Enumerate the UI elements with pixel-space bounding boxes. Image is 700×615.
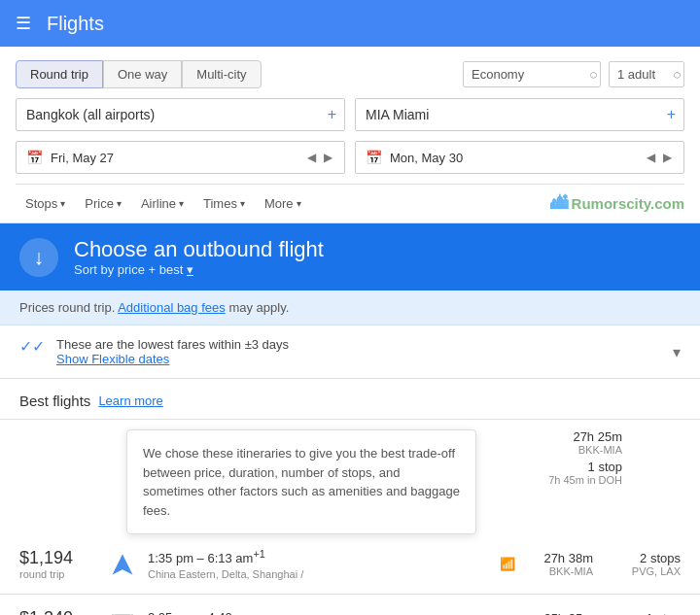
menu-icon[interactable]: ☰ [16,13,31,34]
svg-marker-0 [113,554,133,574]
airline-logo [107,549,138,580]
right-controls: Economy Premium Economy Business First 1… [463,61,684,87]
prices-bar: Prices round trip. Additional bag fees m… [0,290,700,325]
destination-field[interactable]: MIA Miami + [355,98,684,131]
stops-text: 1 stop [603,611,681,615]
origin-value: Bangkok (all airports) [26,107,155,122]
stops-col: 1 stop 2h 45m in DOH [603,611,681,615]
tooltip-text: We chose these itineraries to give you t… [143,446,460,518]
dates-row: 📅 Fri, May 27 ◀ ▶ 📅 Mon, May 30 ◀ ▶ [16,141,684,174]
first-flight-right: 27h 25m BKK-MIA 1 stop 7h 45m in DOH [506,429,622,486]
price-amount: $1,194 [19,548,97,568]
flexible-title: These are the lowest fares within ±3 day… [56,337,289,352]
stops-col: 2 stops PVG, LAX [603,551,681,577]
best-flights-header: Best flights Learn more [0,379,700,420]
price-label: round trip [19,568,97,580]
origin-field[interactable]: Bangkok (all airports) + [16,98,345,131]
multi-city-button[interactable]: Multi-city [182,60,261,88]
origin-plus-icon[interactable]: + [328,106,336,123]
price-filter[interactable]: Price [75,192,131,215]
sort-label: Sort by price + best [74,262,187,277]
app-title: Flights [47,13,104,35]
prices-suffix: may apply. [228,300,289,315]
bag-fees-link[interactable]: Additional bag fees [118,300,226,315]
times-text: 2:05 am – 4:40 pm [148,610,490,615]
choose-text: Choose an outbound flight Sort by price … [74,237,324,277]
watermark: 🏙 Rumorscity.com [550,193,684,214]
return-next-icon[interactable]: ▶ [661,149,674,166]
return-prev-icon[interactable]: ◀ [645,149,657,166]
depart-next-icon[interactable]: ▶ [322,149,334,166]
first-flight-stops: 1 stop [588,460,622,474]
first-flight-via: 7h 45m in DOH [548,474,622,486]
first-flight-with-tooltip: We chose these itineraries to give you t… [0,420,700,534]
trip-type-buttons: Round trip One way Multi-city [16,60,262,88]
choose-title: Choose an outbound flight [74,237,324,262]
sort-link[interactable]: ▾ [187,262,193,277]
watermark-text: Rumorscity.com [572,195,684,212]
return-date-field[interactable]: 📅 Mon, May 30 ◀ ▶ [355,141,684,174]
expand-icon[interactable]: ▾ [673,343,681,361]
learn-more-link[interactable]: Learn more [98,393,162,408]
airports-row: Bangkok (all airports) + MIA Miami + [16,98,684,131]
filters-row: Stops Price Airline Times More 🏙 Rumorsc… [16,184,684,222]
best-flights-title: Best flights [19,393,90,409]
search-panel: Round trip One way Multi-city Economy Pr… [0,47,700,223]
depart-date-value: Fri, May 27 [51,151,298,165]
airline-logo [107,609,138,616]
airline-filter[interactable]: Airline [131,192,193,215]
times-filter[interactable]: Times [193,192,255,215]
duration-col: 25h 35m BKK-MIA [525,611,593,615]
flexible-left: ✓✓ These are the lowest fares within ±3 … [19,337,289,366]
class-select-wrapper: Economy Premium Economy Business First [463,61,601,87]
airline-name: China Eastern, Delta, Shanghai / [148,568,490,580]
times-text: 1:35 pm – 6:13 am+1 [148,548,490,565]
via-text: PVG, LAX [603,565,681,577]
flexible-info: These are the lowest fares within ±3 day… [56,337,289,366]
watermark-icon: 🏙 [550,193,568,214]
route-text: BKK-MIA [525,565,593,577]
price-col: $1,194 round trip [19,548,97,580]
one-way-button[interactable]: One way [103,60,182,88]
return-calendar-icon: 📅 [366,150,382,165]
passengers-select[interactable]: 1 adult 2 adults 3 adults [609,61,684,87]
duration-text: 25h 35m [525,611,593,615]
duration-col: 27h 38m BKK-MIA [525,551,593,577]
duration-text: 27h 38m [525,551,593,565]
double-check-icon: ✓✓ [19,337,45,356]
destination-plus-icon[interactable]: + [667,106,676,123]
header: ☰ Flights [0,0,700,47]
flexible-bar: ✓✓ These are the lowest fares within ±3 … [0,325,700,379]
return-date-value: Mon, May 30 [390,151,637,165]
round-trip-button[interactable]: Round trip [16,60,103,88]
wifi-icon: 📶 [500,557,515,571]
download-icon: ↓ [34,245,45,270]
price-col: $1,240 round trip [19,608,97,615]
trip-type-row: Round trip One way Multi-city Economy Pr… [16,60,684,88]
price-amount: $1,240 [19,608,97,615]
flight-row[interactable]: $1,240 round trip 2:05 am – 4:40 pm Qata… [0,595,700,615]
tooltip-box: We chose these itineraries to give you t… [126,429,476,534]
times-col: 2:05 am – 4:40 pm Qatar Airways · Americ… [148,610,490,615]
more-filter[interactable]: More [255,192,311,215]
choose-flight-icon: ↓ [19,238,58,277]
flexible-dates-link[interactable]: Show Flexible dates [56,352,289,366]
first-flight-route: BKK-MIA [578,444,622,456]
results-section: Best flights Learn more We chose these i… [0,379,700,615]
depart-date-field[interactable]: 📅 Fri, May 27 ◀ ▶ [16,141,345,174]
class-select[interactable]: Economy Premium Economy Business First [463,61,601,87]
choose-banner: ↓ Choose an outbound flight Sort by pric… [0,223,700,290]
return-date-nav: ◀ ▶ [645,149,674,166]
destination-value: MIA Miami [366,107,429,122]
first-flight-duration: 27h 25m [573,429,622,444]
depart-date-nav: ◀ ▶ [305,149,334,166]
passengers-select-wrapper: 1 adult 2 adults 3 adults [609,61,684,87]
prices-text: Prices round trip. [19,300,115,315]
stops-text: 2 stops [603,551,681,565]
stops-filter[interactable]: Stops [16,192,75,215]
sort-by-control[interactable]: Sort by price + best ▾ [74,262,324,277]
flight-row[interactable]: $1,194 round trip 1:35 pm – 6:13 am+1 Ch… [0,534,700,595]
depart-prev-icon[interactable]: ◀ [305,149,318,166]
times-col: 1:35 pm – 6:13 am+1 China Eastern, Delta… [148,548,490,579]
filters-left: Stops Price Airline Times More [16,192,311,215]
